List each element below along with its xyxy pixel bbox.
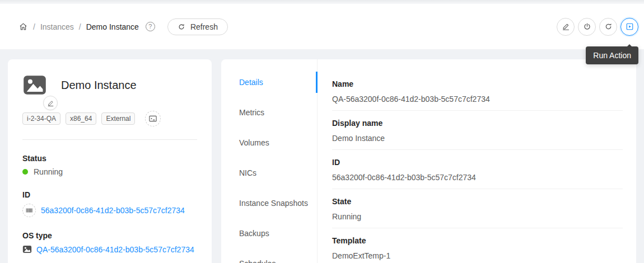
reload-button[interactable] bbox=[599, 18, 617, 36]
instance-title: Demo Instance bbox=[61, 79, 137, 92]
refresh-button[interactable]: Refresh bbox=[167, 18, 228, 35]
os-type-label: OS type bbox=[22, 231, 197, 240]
field-value: QA-56a3200f-0c86-41d2-b03b-5c57c7cf2734 bbox=[332, 93, 623, 105]
tag-arch: x86_64 bbox=[66, 112, 96, 125]
os-image-icon bbox=[22, 73, 47, 97]
home-icon[interactable] bbox=[18, 22, 28, 31]
breadcrumb-current-page: Demo Instance bbox=[86, 22, 139, 31]
tab-details[interactable]: Details bbox=[221, 67, 317, 97]
page-header: / Instances / Demo Instance ? Refresh bbox=[0, 4, 644, 49]
page-content: Demo Instance i-2-34-QA x86_64 External … bbox=[0, 49, 644, 263]
details-pane: Name QA-56a3200f-0c86-41d2-b03b-5c57c7cf… bbox=[318, 59, 636, 263]
instance-tags: i-2-34-QA x86_64 External bbox=[22, 111, 197, 126]
field-label: Display name bbox=[332, 118, 623, 129]
run-action-tooltip: Run Action bbox=[586, 46, 638, 64]
tab-nics[interactable]: NICs bbox=[221, 158, 317, 188]
power-icon bbox=[583, 22, 591, 31]
status-value: Running bbox=[34, 167, 63, 176]
reload-icon bbox=[604, 22, 613, 31]
edit-button[interactable] bbox=[557, 18, 575, 36]
field-label: Template bbox=[332, 235, 623, 246]
id-section: ID 56a3200f-0 bbox=[22, 190, 197, 217]
tab-schedules[interactable]: Schedules bbox=[221, 248, 317, 263]
power-button[interactable] bbox=[578, 18, 596, 36]
tab-metrics[interactable]: Metrics bbox=[221, 97, 317, 128]
detail-tabs: Details Metrics Volumes NICs Instance Sn… bbox=[221, 59, 318, 263]
status-running-dot bbox=[22, 169, 28, 175]
status-section: Status Running bbox=[22, 154, 197, 176]
field-value: DemoExtTemp-1 bbox=[332, 250, 623, 261]
divider bbox=[22, 139, 197, 140]
page-top-edge bbox=[0, 0, 644, 4]
field-name: Name QA-56a3200f-0c86-41d2-b03b-5c57c7cf… bbox=[332, 78, 623, 111]
help-icon[interactable]: ? bbox=[146, 22, 155, 31]
tab-instance-snapshots[interactable]: Instance Snapshots bbox=[221, 188, 317, 218]
field-value: 56a3200f-0c86-41d2-b03b-5c57c7cf2734 bbox=[332, 172, 623, 183]
refresh-button-label: Refresh bbox=[190, 22, 218, 31]
field-value: Demo Instance bbox=[332, 133, 623, 144]
instance-detail-card: Details Metrics Volumes NICs Instance Sn… bbox=[221, 59, 636, 263]
status-label: Status bbox=[22, 154, 197, 163]
field-value: Running bbox=[332, 211, 623, 222]
id-label: ID bbox=[22, 190, 197, 199]
field-template: Template DemoExtTemp-1 bbox=[332, 228, 623, 263]
tag-hypervisor: External bbox=[101, 112, 135, 125]
field-label: ID bbox=[332, 157, 623, 168]
edit-name-button[interactable] bbox=[43, 96, 58, 110]
breadcrumb-separator: / bbox=[33, 22, 35, 31]
terminal-icon bbox=[148, 114, 157, 123]
edit-icon bbox=[562, 22, 570, 31]
breadcrumb-separator: / bbox=[79, 22, 81, 31]
tab-volumes[interactable]: Volumes bbox=[221, 128, 317, 158]
field-display-name: Display name Demo Instance bbox=[332, 111, 623, 150]
edit-icon bbox=[47, 100, 54, 107]
breadcrumb-instances-link[interactable]: Instances bbox=[40, 22, 74, 31]
os-type-section: OS type QA-56a3200f-0c86-41d2-b03b-5c57c… bbox=[22, 231, 197, 254]
avatar bbox=[22, 73, 47, 97]
run-action-button[interactable] bbox=[620, 18, 638, 36]
field-label: Name bbox=[332, 78, 623, 90]
breadcrumb: / Instances / Demo Instance ? Refresh bbox=[18, 18, 228, 35]
field-label: State bbox=[332, 196, 623, 207]
run-action-icon bbox=[626, 22, 634, 31]
barcode-icon bbox=[22, 204, 36, 217]
header-action-buttons bbox=[557, 18, 638, 36]
console-button[interactable] bbox=[145, 111, 161, 126]
os-image-icon bbox=[22, 245, 32, 254]
reload-icon bbox=[178, 23, 185, 31]
field-id: ID 56a3200f-0c86-41d2-b03b-5c57c7cf2734 bbox=[332, 150, 623, 189]
os-type-link[interactable]: QA-56a3200f-0c86-41d2-b03b-5c57c7cf2734 bbox=[36, 245, 194, 254]
field-state: State Running bbox=[332, 189, 623, 228]
tab-backups[interactable]: Backups bbox=[221, 218, 317, 248]
instance-header: Demo Instance bbox=[22, 73, 197, 97]
tag-instance-name: i-2-34-QA bbox=[22, 112, 60, 125]
instance-summary-card: Demo Instance i-2-34-QA x86_64 External … bbox=[8, 59, 212, 263]
instance-id-link[interactable]: 56a3200f-0c86-41d2-b03b-5c57c7cf2734 bbox=[41, 206, 185, 215]
